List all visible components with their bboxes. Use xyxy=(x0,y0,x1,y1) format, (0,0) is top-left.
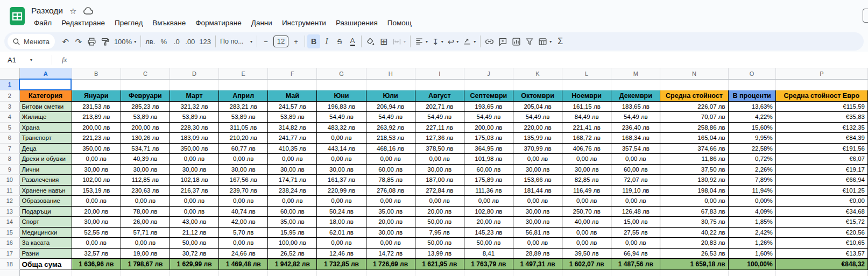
cell-D9[interactable]: 30,00 лв xyxy=(170,164,218,175)
cell-L4[interactable]: 84,49 лв xyxy=(562,112,611,123)
cell-M10[interactable]: 72,07 лв xyxy=(611,175,660,186)
cell-C4[interactable]: 53,89 лв xyxy=(121,112,170,123)
cell-N8[interactable]: 11,86 лв xyxy=(660,154,728,165)
cell-D15[interactable]: 21,12 лв xyxy=(170,227,218,238)
cell-A5[interactable]: Храна xyxy=(19,122,72,133)
cell-F11[interactable]: 238,24 лв xyxy=(268,185,317,196)
cell-C12[interactable]: 0,00 лв xyxy=(121,196,170,207)
cell-K7[interactable]: 370,99 лв xyxy=(513,143,562,154)
cell-F19[interactable] xyxy=(268,270,317,276)
cell-C19[interactable] xyxy=(121,270,170,276)
cell-F2[interactable]: Май xyxy=(268,90,317,101)
cell-I18[interactable]: 1 621,95 лв xyxy=(415,259,464,270)
cell-G19[interactable] xyxy=(317,270,366,276)
cell-A2[interactable]: Категория xyxy=(19,90,72,101)
cell-H5[interactable]: 263,92 лв xyxy=(366,122,415,133)
cell-P4[interactable]: €35,83 xyxy=(775,112,867,123)
column-header-K[interactable]: K xyxy=(513,68,562,79)
strikethrough-button[interactable]: S xyxy=(333,34,346,48)
menu-item-insert[interactable]: Вмъкване xyxy=(149,18,189,28)
column-header-F[interactable]: F xyxy=(268,68,317,79)
cell-C1[interactable] xyxy=(121,79,170,90)
cell-G13[interactable]: 50,24 лв xyxy=(317,206,366,217)
cell-M14[interactable]: 15,00 лв xyxy=(611,217,660,228)
column-header-G[interactable]: G xyxy=(317,68,366,79)
cell-L2[interactable]: Ноември xyxy=(562,90,611,101)
row-header-5[interactable]: 5 xyxy=(0,122,19,133)
cell-B4[interactable]: 213,89 лв xyxy=(72,112,121,123)
cell-C16[interactable]: 0,00 лв xyxy=(121,238,170,249)
cell-E17[interactable]: 24,66 лв xyxy=(219,248,268,259)
cell-I13[interactable]: 20,00 лв xyxy=(415,206,464,217)
cell-K2[interactable]: Октомври xyxy=(513,90,562,101)
functions-button[interactable]: Σ xyxy=(554,34,567,48)
cell-K8[interactable]: 0,00 лв xyxy=(513,154,562,165)
cell-G5[interactable]: 483,32 лв xyxy=(317,122,366,133)
merge-cells-button[interactable]: ▾ xyxy=(390,34,408,48)
menu-item-edit[interactable]: Редактиране xyxy=(58,18,109,28)
column-header-H[interactable]: H xyxy=(366,68,415,79)
cell-I17[interactable]: 13,99 лв xyxy=(415,248,464,259)
cell-J19[interactable] xyxy=(464,270,513,276)
cell-O7[interactable]: 22,58% xyxy=(728,143,775,154)
cell-P3[interactable]: €115,59 xyxy=(775,101,867,112)
column-header-L[interactable]: L xyxy=(562,68,611,79)
cell-C15[interactable]: 57,71 лв xyxy=(121,227,170,238)
cell-H7[interactable]: 468,16 лв xyxy=(366,143,415,154)
cell-E11[interactable]: 239,70 лв xyxy=(219,185,268,196)
cell-M18[interactable]: 1 487,56 лв xyxy=(611,259,660,270)
cell-P9[interactable]: €19,17 xyxy=(775,164,867,175)
cell-F5[interactable]: 314,82 лв xyxy=(268,122,317,133)
cell-B1[interactable] xyxy=(72,79,121,90)
cell-D16[interactable]: 50,00 лв xyxy=(170,238,218,249)
cell-O1[interactable] xyxy=(728,79,775,90)
cell-J12[interactable]: 0,00 лв xyxy=(464,196,513,207)
row-header-8[interactable]: 8 xyxy=(0,154,19,165)
cell-L17[interactable]: 39,50 лв xyxy=(562,248,611,259)
cell-H8[interactable]: 0,00 лв xyxy=(366,154,415,165)
cell-J16[interactable]: 50,00 лв xyxy=(464,238,513,249)
cell-L3[interactable]: 161,15 лв xyxy=(562,101,611,112)
cell-J13[interactable]: 102,80 лв xyxy=(464,206,513,217)
cell-G4[interactable]: 54,49 лв xyxy=(317,112,366,123)
cell-A1[interactable] xyxy=(19,79,72,90)
cell-O3[interactable]: 13,63% xyxy=(728,101,775,112)
cell-J14[interactable]: 20,00 лв xyxy=(464,217,513,228)
cell-I14[interactable]: 50,00 лв xyxy=(415,217,464,228)
cell-O16[interactable]: 1,26% xyxy=(728,238,775,249)
cell-G1[interactable] xyxy=(317,79,366,90)
cell-G8[interactable]: 0,00 лв xyxy=(317,154,366,165)
cell-A19[interactable] xyxy=(19,270,72,276)
cell-F13[interactable]: 60,00 лв xyxy=(268,206,317,217)
cell-F6[interactable]: 241,77 лв xyxy=(268,133,317,144)
cell-A15[interactable]: Медицински xyxy=(19,227,72,238)
cell-J6[interactable]: 175,03 лв xyxy=(464,133,513,144)
cell-K15[interactable]: 56,81 лв xyxy=(513,227,562,238)
cell-E3[interactable]: 283,21 лв xyxy=(219,101,268,112)
cell-L7[interactable]: 406,76 лв xyxy=(562,143,611,154)
cell-H15[interactable]: 30,00 лв xyxy=(366,227,415,238)
row-header-4[interactable]: 4 xyxy=(0,112,19,123)
cell-B8[interactable]: 0,00 лв xyxy=(72,154,121,165)
cell-B6[interactable]: 221,23 лв xyxy=(72,133,121,144)
cell-N4[interactable]: 70,07 лв xyxy=(660,112,728,123)
zoom-dropdown[interactable]: 100% ▾ xyxy=(112,34,138,48)
currency-format-button[interactable]: лв. xyxy=(143,34,157,48)
decrease-font-size-button[interactable]: − xyxy=(259,34,272,48)
cell-L15[interactable]: 0,00 лв xyxy=(562,227,611,238)
cell-E1[interactable] xyxy=(219,79,268,90)
cell-I16[interactable]: 50,00 лв xyxy=(415,238,464,249)
cell-F14[interactable]: 35,00 лв xyxy=(268,217,317,228)
cell-D7[interactable]: 350,00 лв xyxy=(170,143,218,154)
cell-B15[interactable]: 52,55 лв xyxy=(72,227,121,238)
cell-E10[interactable]: 167,56 лв xyxy=(219,175,268,186)
cell-M3[interactable]: 183,65 лв xyxy=(611,101,660,112)
cell-C11[interactable]: 230,63 лв xyxy=(121,185,170,196)
cell-M7[interactable]: 357,54 лв xyxy=(611,143,660,154)
cell-J4[interactable]: 54,49 лв xyxy=(464,112,513,123)
cell-M5[interactable]: 236,40 лв xyxy=(611,122,660,133)
row-header-13[interactable]: 13 xyxy=(0,206,19,217)
cell-I15[interactable]: 7,95 лв xyxy=(415,227,464,238)
cell-O15[interactable]: 2,42% xyxy=(728,227,775,238)
cell-L5[interactable]: 221,41 лв xyxy=(562,122,611,133)
